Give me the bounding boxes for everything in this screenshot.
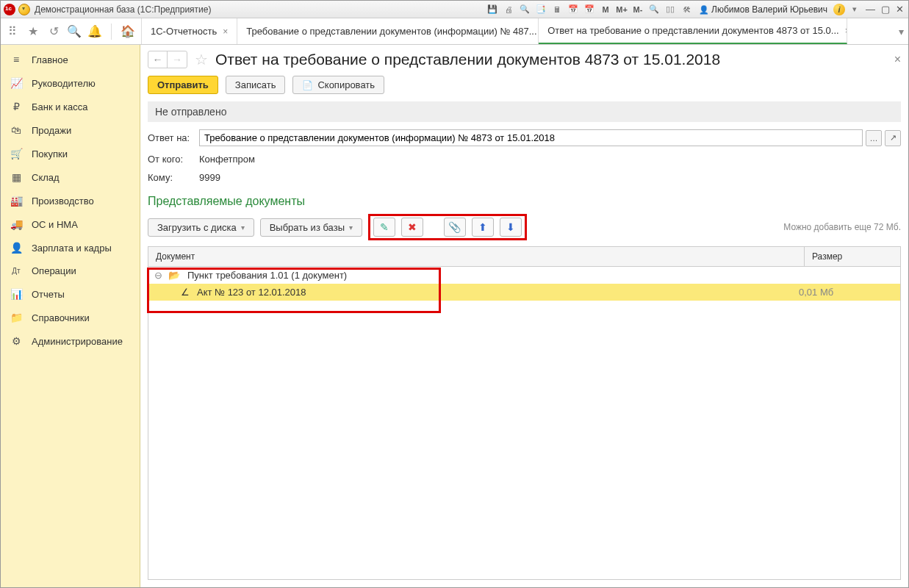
tab-label: 1С-Отчетность (151, 26, 217, 37)
window-menu-icon[interactable]: ▾ (899, 26, 904, 37)
button-label: Скопировать (317, 79, 375, 90)
arrow-down-icon: ⬇ (506, 221, 515, 233)
send-button[interactable]: Отправить (148, 76, 218, 94)
window-title: Демонстрационная база (1С:Предприятие) (35, 4, 211, 15)
gear-icon: ⚙ (10, 335, 23, 347)
move-up-button[interactable]: ⬆ (472, 218, 494, 237)
chart-icon: 📈 (10, 77, 23, 89)
doc-label: Акт № 123 от 12.01.2018 (197, 287, 799, 298)
open-button[interactable]: ↗ (885, 130, 901, 146)
sidebar-item-label: Банк и касса (32, 101, 88, 112)
factory-icon: 🏭 (10, 195, 23, 207)
print-icon[interactable]: 🖨 (502, 3, 515, 16)
copy-button[interactable]: 📄Скопировать (292, 76, 384, 94)
calc-icon[interactable]: 🖩 (550, 3, 564, 16)
search-icon[interactable]: 🔍 (67, 24, 82, 39)
sidebar-item-operations[interactable]: ДтОперации (1, 259, 140, 282)
memory-mplus-button[interactable]: M+ (615, 3, 628, 16)
sidebar-item-bank[interactable]: ₽Банк и касса (1, 95, 140, 118)
history-icon[interactable]: ↺ (46, 24, 61, 39)
compare-icon[interactable]: 📑 (534, 3, 547, 16)
answer-label: Ответ на: (148, 132, 192, 143)
sidebar-item-label: Продажи (32, 125, 71, 136)
tools-icon[interactable]: 🛠 (680, 3, 693, 16)
sidebar-item-label: Администрирование (32, 336, 123, 347)
answer-input[interactable] (199, 129, 863, 146)
tab-reporting[interactable]: 1С-Отчетность × (141, 18, 237, 44)
sidebar-item-main[interactable]: ≡Главное (1, 48, 140, 71)
sidebar-item-references[interactable]: 📁Справочники (1, 306, 140, 329)
pick-from-base-button[interactable]: Выбрать из базы (260, 218, 362, 237)
sidebar-item-salary[interactable]: 👤Зарплата и кадры (1, 236, 140, 259)
sidebar-item-label: Руководителю (32, 78, 96, 89)
star-icon[interactable]: ★ (26, 24, 40, 39)
minimize-button[interactable]: — (864, 4, 877, 15)
sidebar-item-sales[interactable]: 🛍Продажи (1, 118, 140, 142)
ellipsis-button[interactable]: … (866, 130, 882, 146)
folder-icon: 📁 (10, 312, 23, 323)
info-icon[interactable]: i (833, 4, 845, 15)
table-row-group[interactable]: ⊖ 📂 Пункт требования 1.01 (1 документ) (148, 267, 900, 284)
info-dd-icon[interactable]: ▾ (848, 3, 861, 16)
sidebar-item-label: Отчеты (32, 289, 65, 300)
cart-icon: 🛒 (10, 148, 23, 159)
folder-icon: 📂 (168, 270, 180, 281)
sidebar-item-label: Покупки (32, 148, 68, 159)
column-document[interactable]: Документ (148, 247, 805, 266)
sidebar-item-label: Справочники (32, 312, 90, 323)
tab-request[interactable]: Требование о представлении документов (и… (237, 18, 539, 44)
move-down-button[interactable]: ⬇ (500, 218, 522, 237)
close-button[interactable]: ✕ (894, 4, 905, 15)
calendar31-icon[interactable]: 📅 (583, 3, 596, 16)
home-icon[interactable]: 🏠 (121, 24, 135, 39)
calendar-icon[interactable]: 📅 (567, 3, 580, 16)
ruble-icon: ₽ (10, 101, 23, 112)
edit-button[interactable]: ✎ (373, 218, 395, 237)
bell-icon[interactable]: 🔔 (87, 24, 102, 39)
sidebar-item-warehouse[interactable]: ▦Склад (1, 165, 140, 189)
maximize-button[interactable]: ▢ (880, 4, 891, 15)
sidebar-item-label: Главное (32, 54, 68, 65)
close-icon[interactable]: × (894, 53, 901, 66)
sidebar-item-production[interactable]: 🏭Производство (1, 189, 140, 212)
memory-m-button[interactable]: M (599, 3, 612, 16)
current-user[interactable]: Любимов Валерий Юрьевич (696, 4, 830, 15)
close-icon[interactable]: × (845, 26, 848, 36)
zoom-icon[interactable]: 🔍 (647, 3, 661, 16)
preview-icon[interactable]: 🔍 (518, 3, 531, 16)
favorite-icon[interactable]: ☆ (195, 51, 208, 68)
sidebar-item-label: Зарплата и кадры (32, 243, 112, 254)
collapse-icon[interactable]: ⊖ (154, 270, 162, 281)
save-button[interactable]: Записать (226, 76, 286, 94)
delete-icon: ✖ (408, 221, 417, 233)
forward-button[interactable]: → (168, 51, 187, 68)
barchart-icon: 📊 (10, 288, 23, 300)
sidebar-item-assets[interactable]: 🚚ОС и НМА (1, 212, 140, 236)
panels-icon[interactable]: ▯▯ (664, 3, 677, 16)
save-icon[interactable]: 💾 (486, 3, 499, 16)
sidebar-item-reports[interactable]: 📊Отчеты (1, 282, 140, 306)
from-label: От кого: (148, 154, 192, 165)
delete-button[interactable]: ✖ (401, 218, 423, 237)
app-menu-dropdown-icon[interactable] (18, 4, 30, 15)
person-icon: 👤 (10, 242, 23, 254)
back-button[interactable]: ← (148, 51, 168, 68)
group-label: Пункт требования 1.01 (1 документ) (187, 270, 799, 281)
load-from-disk-button[interactable]: Загрузить с диска (148, 218, 254, 237)
sidebar-item-admin[interactable]: ⚙Администрирование (1, 329, 140, 353)
app-logo-icon (4, 4, 15, 15)
memory-mminus-button[interactable]: M- (631, 3, 644, 16)
sidebar-item-purchases[interactable]: 🛒Покупки (1, 142, 140, 165)
tab-answer[interactable]: Ответ на требование о представлении доку… (539, 18, 847, 44)
content: ← → ☆ Ответ на требование о представлени… (140, 45, 908, 587)
close-icon[interactable]: × (223, 26, 228, 37)
column-size[interactable]: Размер (805, 247, 900, 266)
sidebar-item-label: Склад (32, 172, 60, 183)
size-hint: Можно добавить еще 72 Мб. (783, 222, 901, 232)
apps-icon[interactable]: ⠿ (5, 24, 20, 39)
attach-button[interactable]: 📎 (444, 218, 466, 237)
sidebar-item-manager[interactable]: 📈Руководителю (1, 71, 140, 95)
button-label: Выбрать из базы (270, 222, 345, 233)
section-title: Представляемые документы (148, 195, 901, 208)
table-row[interactable]: ∠ Акт № 123 от 12.01.2018 0,01 Мб (148, 284, 900, 301)
